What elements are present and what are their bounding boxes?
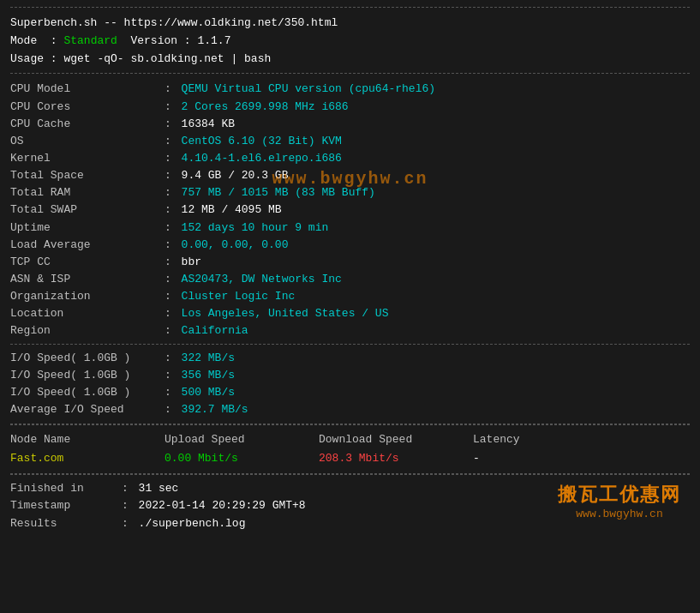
- header-title: Superbench.sh -- https://www.oldking.net…: [10, 15, 338, 33]
- region-label: Region: [10, 322, 165, 340]
- mode-prefix: Mode :: [10, 33, 63, 51]
- mode-value: Standard: [63, 33, 117, 51]
- cpu-model-row: CPU Model : QEMU Virtual CPU version (cp…: [10, 81, 690, 98]
- network-section: Node Name Upload Speed Download Speed La…: [10, 424, 690, 474]
- cpu-cores-row: CPU Cores : 2 Cores 2699.998 MHz i686: [10, 99, 690, 116]
- io-speed1-value: 322 MB/s: [182, 350, 235, 367]
- load-avg-row: Load Average : 0.00, 0.00, 0.00: [10, 237, 690, 254]
- cpu-cache-row: CPU Cache : 16384 KB: [10, 116, 690, 133]
- network-table-row: Fast.com 0.00 Mbit/s 208.3 Mbit/s -: [10, 449, 690, 468]
- asn-isp-row: ASN & ISP : AS20473, DW Networks Inc: [10, 271, 690, 288]
- finished-value: 31 sec: [139, 480, 179, 497]
- region-row: Region : California: [10, 322, 690, 340]
- footer-section: Finished in : 31 sec Timestamp : 2022-01…: [10, 474, 690, 535]
- uptime-value: 152 days 10 hour 9 min: [182, 219, 329, 237]
- results-row: Results : ./superbench.log: [10, 515, 690, 532]
- tcp-cc-label: TCP CC: [10, 254, 165, 271]
- org-row: Organization : Cluster Logic Inc: [10, 288, 690, 305]
- total-swap-value: 12 MB / 4095 MB: [182, 201, 282, 219]
- results-value: ./superbench.log: [139, 515, 246, 532]
- finished-label: Finished in: [10, 480, 122, 497]
- kernel-label: Kernel: [10, 150, 165, 167]
- io-speed3-row: I/O Speed( 1.0GB ) : 500 MB/s: [10, 384, 690, 401]
- load-avg-label: Load Average: [10, 237, 165, 254]
- total-swap-row: Total SWAP : 12 MB / 4095 MB: [10, 201, 690, 219]
- top-divider: [10, 7, 690, 8]
- load-avg-value: 0.00, 0.00, 0.00: [182, 237, 289, 254]
- io-speed2-label: I/O Speed( 1.0GB ): [10, 367, 165, 384]
- asn-isp-value: AS20473, DW Networks Inc: [182, 271, 342, 288]
- cpu-cache-label: CPU Cache: [10, 116, 165, 133]
- header-section: Superbench.sh -- https://www.oldking.net…: [10, 11, 690, 74]
- location-label: Location: [10, 305, 165, 322]
- cpu-cache-value: 16384 KB: [182, 116, 235, 133]
- io-avg-value: 392.7 MB/s: [182, 401, 248, 418]
- cpu-cores-label: CPU Cores: [10, 99, 165, 116]
- os-value: CentOS 6.10 (32 Bit) KVM: [182, 133, 342, 150]
- io-speed1-label: I/O Speed( 1.0GB ): [10, 350, 165, 367]
- io-speed3-label: I/O Speed( 1.0GB ): [10, 384, 165, 401]
- kernel-row: Kernel : 4.10.4-1.el6.elrepo.i686: [10, 150, 690, 167]
- io-speed2-row: I/O Speed( 1.0GB ) : 356 MB/s: [10, 367, 690, 384]
- sysinfo-section: www.bwgyhw.cn CPU Model : QEMU Virtual C…: [10, 77, 690, 344]
- download-speed: 208.3 Mbit/s: [319, 449, 473, 468]
- header-line1: Superbench.sh -- https://www.oldking.net…: [10, 15, 690, 33]
- org-label: Organization: [10, 288, 165, 305]
- os-row: OS : CentOS 6.10 (32 Bit) KVM: [10, 133, 690, 150]
- total-ram-label: Total RAM: [10, 184, 165, 201]
- total-space-row: Total Space : 9.4 GB / 20.3 GB: [10, 167, 690, 184]
- version: Version : 1.1.7: [117, 33, 231, 51]
- tcp-cc-row: TCP CC : bbr: [10, 254, 690, 271]
- total-swap-label: Total SWAP: [10, 201, 165, 219]
- region-value: California: [182, 322, 248, 340]
- io-speed2-value: 356 MB/s: [182, 367, 235, 384]
- cpu-model-label: CPU Model: [10, 81, 165, 98]
- total-space-value: 9.4 GB / 20.3 GB: [182, 167, 289, 184]
- usage-line: Usage : wget -qO- sb.oldking.net | bash: [10, 51, 271, 69]
- io-avg-label: Average I/O Speed: [10, 401, 165, 418]
- latency-value: -: [473, 449, 576, 468]
- header-line2: Mode : Standard Version : 1.1.7: [10, 33, 690, 51]
- timestamp-label: Timestamp: [10, 497, 122, 514]
- os-label: OS: [10, 133, 165, 150]
- tcp-cc-value: bbr: [182, 254, 201, 271]
- finished-row: Finished in : 31 sec: [10, 480, 690, 497]
- uptime-label: Uptime: [10, 219, 165, 237]
- node-name: Fast.com: [10, 449, 165, 468]
- uptime-row: Uptime : 152 days 10 hour 9 min: [10, 219, 690, 237]
- io-speed1-row: I/O Speed( 1.0GB ) : 322 MB/s: [10, 350, 690, 367]
- io-avg-row: Average I/O Speed : 392.7 MB/s: [10, 401, 690, 418]
- io-section: I/O Speed( 1.0GB ) : 322 MB/s I/O Speed(…: [10, 345, 690, 425]
- asn-isp-label: ASN & ISP: [10, 271, 165, 288]
- upload-speed: 0.00 Mbit/s: [165, 449, 319, 468]
- results-label: Results: [10, 515, 122, 532]
- cpu-cores-value: 2 Cores 2699.998 MHz i686: [182, 99, 349, 116]
- io-speed3-value: 500 MB/s: [182, 384, 235, 401]
- col-upload-header: Upload Speed: [165, 430, 319, 449]
- org-value: Cluster Logic Inc: [182, 288, 296, 305]
- total-ram-value: 757 MB / 1015 MB (83 MB Buff): [182, 184, 375, 201]
- location-row: Location : Los Angeles, United States / …: [10, 305, 690, 322]
- timestamp-value: 2022-01-14 20:29:29 GMT+8: [139, 497, 306, 514]
- cpu-model-value: QEMU Virtual CPU version (cpu64-rhel6): [182, 81, 435, 98]
- network-table-header: Node Name Upload Speed Download Speed La…: [10, 430, 690, 449]
- timestamp-row: Timestamp : 2022-01-14 20:29:29 GMT+8: [10, 497, 690, 514]
- total-space-label: Total Space: [10, 167, 165, 184]
- kernel-value: 4.10.4-1.el6.elrepo.i686: [182, 150, 342, 167]
- col-latency-header: Latency: [473, 430, 576, 449]
- col-node-header: Node Name: [10, 430, 165, 449]
- total-ram-row: Total RAM : 757 MB / 1015 MB (83 MB Buff…: [10, 184, 690, 201]
- header-line3: Usage : wget -qO- sb.oldking.net | bash: [10, 51, 690, 69]
- col-download-header: Download Speed: [319, 430, 473, 449]
- location-value: Los Angeles, United States / US: [182, 305, 389, 322]
